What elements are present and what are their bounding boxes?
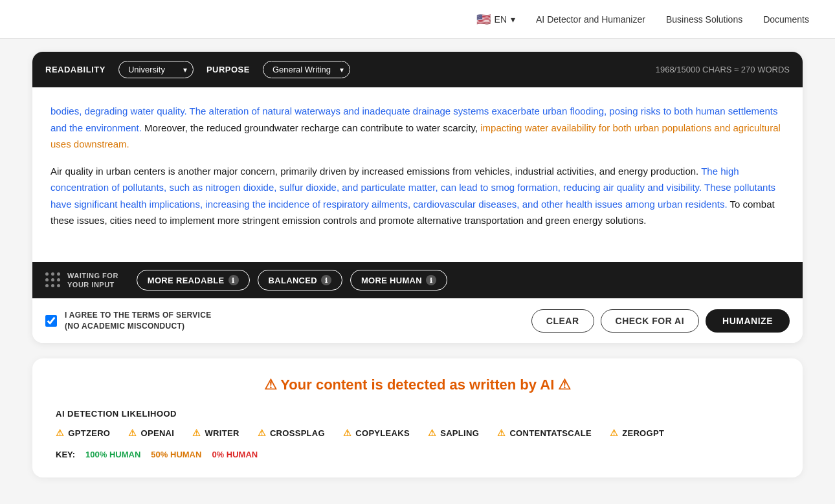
lang-label: EN bbox=[495, 14, 507, 25]
main-card: READABILITY University High School Colle… bbox=[32, 52, 803, 343]
documents-link[interactable]: Documents bbox=[763, 14, 809, 25]
key-row: KEY: 100% HUMAN 50% HUMAN 0% HUMAN bbox=[56, 450, 779, 459]
detector-name-contentatscale: CONTENTATSCALE bbox=[509, 428, 592, 438]
waiting-text: WAITING FORYOUR INPUT bbox=[67, 271, 118, 290]
flag-icon: 🇺🇸 bbox=[476, 12, 491, 27]
more-human-info-icon: ℹ bbox=[426, 275, 436, 285]
balanced-label: BALANCED bbox=[269, 276, 317, 285]
terms-text: I AGREE TO THE TERMS OF SERVICE (NO ACAD… bbox=[65, 310, 524, 332]
detector-crossplag: ⚠ CROSSPLAG bbox=[258, 428, 325, 438]
main-content: READABILITY University High School Colle… bbox=[0, 39, 835, 490]
paragraph-2: Air quality in urban centers is another … bbox=[50, 163, 785, 229]
waiting-indicator: WAITING FORYOUR INPUT bbox=[45, 271, 118, 290]
detectors-row: ⚠ GPTZERO ⚠ OPENAI ⚠ WRITER ⚠ CROSSPLAG … bbox=[56, 428, 779, 438]
top-toolbar: READABILITY University High School Colle… bbox=[32, 52, 803, 87]
terms-line1: I AGREE TO THE TERMS OF SERVICE bbox=[65, 310, 524, 321]
more-human-button[interactable]: MORE HUMAN ℹ bbox=[350, 270, 447, 290]
detector-sapling: ⚠ SAPLING bbox=[428, 428, 479, 438]
chevron-down-icon: ▾ bbox=[511, 14, 515, 25]
paragraph-1: bodies, degrading water quality. The alt… bbox=[50, 103, 785, 153]
action-buttons: CLEAR CHECK FOR AI HUMANIZE bbox=[531, 309, 790, 333]
readability-label: READABILITY bbox=[45, 65, 106, 74]
char-count: 1968/15000 CHARS ≈ 270 WORDS bbox=[656, 65, 790, 74]
detector-copyleaks: ⚠ COPYLEAKS bbox=[343, 428, 410, 438]
dots-grid-icon bbox=[45, 272, 61, 288]
mode-toolbar: WAITING FORYOUR INPUT MORE READABLE ℹ BA… bbox=[32, 262, 803, 298]
balanced-button[interactable]: BALANCED ℹ bbox=[258, 270, 342, 290]
key-label: KEY: bbox=[56, 450, 75, 459]
ai-detector-link[interactable]: AI Detector and Humanizer bbox=[536, 14, 645, 25]
detector-zerogpt: ⚠ ZEROGPT bbox=[610, 428, 664, 438]
more-readable-button[interactable]: MORE READABLE ℹ bbox=[137, 270, 250, 290]
more-readable-label: MORE READABLE bbox=[148, 276, 225, 285]
purpose-select-wrapper[interactable]: General Writing Academic Business Creati… bbox=[263, 61, 350, 78]
warning-icon-openai: ⚠ bbox=[128, 428, 137, 438]
more-human-label: MORE HUMAN bbox=[361, 276, 422, 285]
clear-button[interactable]: CLEAR bbox=[531, 309, 594, 333]
warning-icon-copyleaks: ⚠ bbox=[343, 428, 351, 438]
detector-name-sapling: SAPLING bbox=[440, 428, 479, 438]
text-area[interactable]: bodies, degrading water quality. The alt… bbox=[32, 87, 803, 262]
key-green: 100% HUMAN bbox=[85, 450, 140, 459]
warning-icon-gptzero: ⚠ bbox=[56, 428, 64, 438]
warning-icon-writer: ⚠ bbox=[192, 428, 201, 438]
ai-warning-title: ⚠ Your content is detected as written by… bbox=[56, 377, 779, 393]
detector-name-zerogpt: ZEROGPT bbox=[622, 428, 664, 438]
check-ai-button[interactable]: CHECK FOR AI bbox=[601, 309, 700, 333]
warning-icon-contentatscale: ⚠ bbox=[497, 428, 506, 438]
detector-name-gptzero: GPTZERO bbox=[68, 428, 110, 438]
header: 🇺🇸 EN ▾ AI Detector and Humanizer Busine… bbox=[0, 0, 835, 39]
detection-label: AI DETECTION LIKELIHOOD bbox=[56, 409, 779, 419]
more-readable-info-icon: ℹ bbox=[228, 275, 239, 285]
detector-contentatscale: ⚠ CONTENTATSCALE bbox=[497, 428, 592, 438]
warning-icon-zerogpt: ⚠ bbox=[610, 428, 618, 438]
detector-name-openai: OPENAI bbox=[141, 428, 175, 438]
humanize-button[interactable]: HUMANIZE bbox=[706, 309, 790, 333]
purpose-select[interactable]: General Writing Academic Business Creati… bbox=[263, 61, 350, 78]
terms-line2: (NO ACADEMIC MISCONDUCT) bbox=[65, 321, 524, 332]
key-orange: 50% HUMAN bbox=[151, 450, 201, 459]
detector-writer: ⚠ WRITER bbox=[192, 428, 239, 438]
readability-select[interactable]: University High School College Professio… bbox=[118, 61, 194, 78]
detector-openai: ⚠ OPENAI bbox=[128, 428, 174, 438]
detector-gptzero: ⚠ GPTZERO bbox=[56, 428, 110, 438]
detector-name-copyleaks: COPYLEAKS bbox=[355, 428, 410, 438]
detector-name-crossplag: CROSSPLAG bbox=[270, 428, 325, 438]
business-solutions-link[interactable]: Business Solutions bbox=[666, 14, 742, 25]
terms-row: I AGREE TO THE TERMS OF SERVICE (NO ACAD… bbox=[32, 298, 803, 343]
terms-checkbox[interactable] bbox=[45, 315, 57, 327]
detector-name-writer: WRITER bbox=[205, 428, 239, 438]
key-red: 0% HUMAN bbox=[212, 450, 258, 459]
readability-select-wrapper[interactable]: University High School College Professio… bbox=[118, 61, 194, 78]
warning-icon-crossplag: ⚠ bbox=[258, 428, 266, 438]
warning-icon-sapling: ⚠ bbox=[428, 428, 436, 438]
balanced-info-icon: ℹ bbox=[321, 275, 331, 285]
purpose-label: PURPOSE bbox=[206, 65, 250, 74]
lang-selector[interactable]: 🇺🇸 EN ▾ bbox=[476, 12, 515, 27]
detection-section: ⚠ Your content is detected as written by… bbox=[32, 358, 803, 477]
